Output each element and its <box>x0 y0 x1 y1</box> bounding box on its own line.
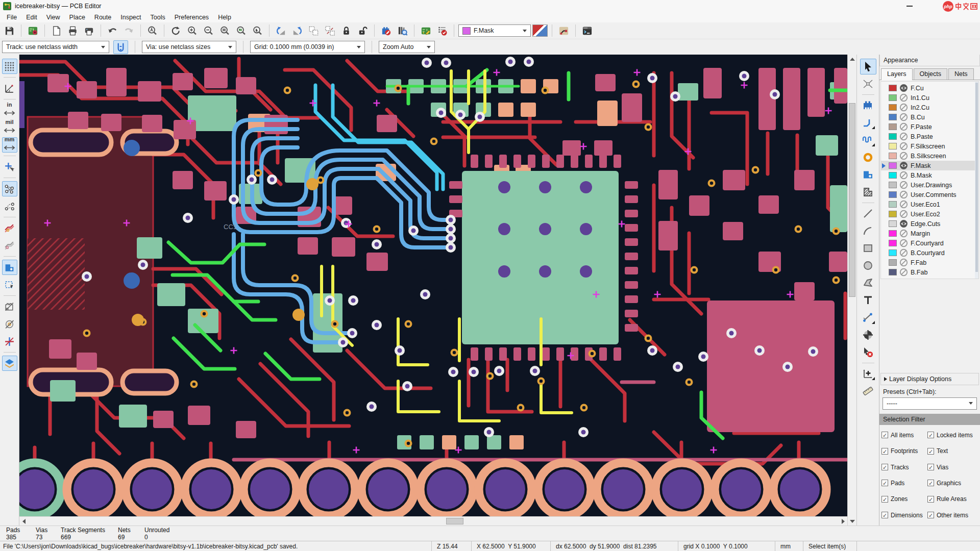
add-filled-zone-tool-button[interactable] <box>860 167 876 183</box>
menu-file[interactable]: File <box>2 13 21 22</box>
layer-row-f-cu[interactable]: F.Cu <box>881 83 978 93</box>
visibility-off-icon[interactable] <box>899 229 908 238</box>
draw-line-tool-button[interactable] <box>860 206 876 221</box>
menu-edit[interactable]: Edit <box>21 13 42 22</box>
layer-row-b-silkscreen[interactable]: B.Silkscreen <box>881 151 978 161</box>
layer-row-f-paste[interactable]: F.Paste <box>881 122 978 132</box>
layer-color-swatch[interactable] <box>889 182 897 188</box>
sketch-pads-button[interactable] <box>2 316 17 332</box>
layer-color-swatch[interactable] <box>889 123 897 130</box>
track-width-select[interactable]: Track: use netclass width <box>2 41 109 53</box>
filter-checkbox-all-items[interactable]: ✓ <box>881 432 888 438</box>
menu-view[interactable]: View <box>42 13 65 22</box>
visibility-off-icon[interactable] <box>899 258 908 267</box>
tab-layers[interactable]: Layers <box>881 68 913 80</box>
visibility-off-icon[interactable] <box>899 210 908 218</box>
group-button[interactable] <box>306 24 321 38</box>
auto-track-width-toggle[interactable] <box>113 40 128 54</box>
drill-origin-tool-button[interactable] <box>860 327 876 343</box>
layer-color-swatch[interactable] <box>889 114 897 120</box>
layer-color-swatch[interactable] <box>889 133 897 140</box>
add-dimension-tool-button[interactable] <box>860 310 876 325</box>
route-tracks-tool-button[interactable] <box>860 115 876 131</box>
zoom-to-selection-button[interactable] <box>250 24 265 38</box>
delete-tool-button[interactable] <box>860 344 876 360</box>
layer-color-swatch[interactable] <box>889 162 897 169</box>
undo-button[interactable] <box>105 24 120 38</box>
visibility-on-icon[interactable] <box>899 161 908 170</box>
unlock-button[interactable] <box>355 24 370 38</box>
layer-row-b-mask[interactable]: B.Mask <box>881 170 978 180</box>
layer-row-b-cu[interactable]: B.Cu <box>881 112 978 122</box>
filter-checkbox-zones[interactable]: ✓ <box>881 496 888 503</box>
scripting-console-button[interactable] <box>580 24 595 38</box>
curved-ratsnest-button[interactable] <box>2 198 17 214</box>
visibility-off-icon[interactable] <box>899 200 908 209</box>
plot-button[interactable] <box>82 24 96 38</box>
layer-display-options[interactable]: Layer Display Options <box>880 373 979 385</box>
units-mm-button[interactable]: mm <box>2 137 17 153</box>
refresh-button[interactable] <box>168 24 183 38</box>
measure-tool-button[interactable] <box>860 383 876 399</box>
visibility-off-icon[interactable] <box>899 132 908 141</box>
filter-checkbox-text[interactable]: ✓ <box>927 448 934 455</box>
zoom-fit-button[interactable] <box>217 24 232 38</box>
update-pcb-from-schematic-button[interactable] <box>419 24 433 38</box>
layer-row-edge-cuts[interactable]: Edge.Cuts <box>881 219 978 229</box>
active-layer-select[interactable]: F.Mask <box>458 24 531 37</box>
rotate-cw-button[interactable] <box>290 24 305 38</box>
filter-checkbox-locked-items[interactable]: ✓ <box>927 432 934 438</box>
scroll-up-arrow[interactable] <box>848 55 856 63</box>
layer-row-user-eco2[interactable]: User.Eco2 <box>881 209 978 219</box>
filter-checkbox-other-items[interactable]: ✓ <box>927 512 934 518</box>
sketch-vias-button[interactable] <box>2 334 17 349</box>
layer-color-swatch[interactable] <box>889 259 897 266</box>
filter-checkbox-dimensions[interactable]: ✓ <box>881 512 888 518</box>
layer-row-in2-cu[interactable]: In2.Cu <box>881 103 978 112</box>
layer-row-user-comments[interactable]: User.Comments <box>881 190 978 199</box>
scroll-down-arrow[interactable] <box>848 517 856 525</box>
visibility-on-icon[interactable] <box>899 84 908 92</box>
visibility-off-icon[interactable] <box>899 268 908 277</box>
draw-arc-tool-button[interactable] <box>860 223 876 239</box>
layer-row-f-courtyard[interactable]: F.Courtyard <box>881 238 978 248</box>
menu-tools[interactable]: Tools <box>146 13 170 22</box>
scroll-right-arrow[interactable] <box>839 517 847 525</box>
layer-color-swatch[interactable] <box>889 240 897 246</box>
polar-coordinates-button[interactable] <box>2 81 17 96</box>
layer-row-f-mask[interactable]: F.Mask <box>881 161 978 170</box>
zoom-to-objects-button[interactable] <box>234 24 249 38</box>
zoom-select[interactable]: Zoom Auto <box>379 41 435 53</box>
visibility-off-icon[interactable] <box>899 239 908 247</box>
show-ratsnest-button[interactable] <box>2 181 17 196</box>
find-button[interactable] <box>145 24 160 38</box>
lock-button[interactable] <box>339 24 354 38</box>
draw-rectangle-tool-button[interactable] <box>860 240 876 256</box>
layer-color-swatch[interactable] <box>889 153 897 159</box>
layer-row-in1-cu[interactable]: In1.Cu <box>881 93 978 103</box>
filter-checkbox-rule-areas[interactable]: ✓ <box>927 496 934 503</box>
appearance-panel-toggle-button[interactable] <box>2 356 17 371</box>
horizontal-scrollbar[interactable] <box>19 516 847 525</box>
save-button[interactable] <box>2 24 17 38</box>
tune-length-tool-button[interactable] <box>860 132 876 148</box>
layer-color-swatch[interactable] <box>889 249 897 256</box>
sketch-footprints-button[interactable] <box>2 299 17 314</box>
layer-row-f-fab[interactable]: F.Fab <box>881 258 978 267</box>
visibility-off-icon[interactable] <box>899 142 908 151</box>
zoom-out-button[interactable] <box>201 24 216 38</box>
board-setup-button[interactable] <box>26 24 40 38</box>
visibility-off-icon[interactable] <box>899 103 908 112</box>
crosshair-cursor-button[interactable] <box>2 159 17 174</box>
layer-row-b-courtyard[interactable]: B.Courtyard <box>881 248 978 258</box>
grid-select[interactable]: Grid: 0.1000 mm (0.0039 in) <box>250 41 365 53</box>
grid-origin-tool-button[interactable] <box>860 366 876 382</box>
layer-row-b-paste[interactable]: B.Paste <box>881 132 978 141</box>
layer-color-swatch[interactable] <box>889 269 897 276</box>
layer-color-swatch[interactable] <box>889 172 897 179</box>
menu-inspect[interactable]: Inspect <box>116 13 145 22</box>
filter-checkbox-pads[interactable]: ✓ <box>881 480 888 486</box>
net-color-mode-button[interactable] <box>2 220 17 236</box>
highlight-net-button[interactable] <box>556 24 571 38</box>
filter-checkbox-footprints[interactable]: ✓ <box>881 448 888 455</box>
